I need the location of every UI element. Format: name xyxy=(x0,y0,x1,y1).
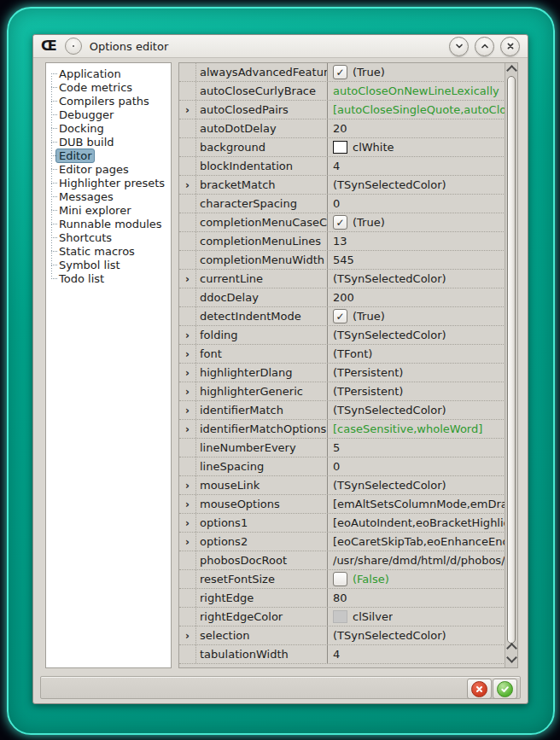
property-row[interactable]: ddocDelay 200 xyxy=(179,288,505,307)
property-value[interactable]: (TSynSelectedColor) xyxy=(328,272,505,285)
property-row[interactable]: detectIndentMode ✓ (True) xyxy=(179,307,505,326)
property-value[interactable]: [emAltSetsColumnMode,emDragDro xyxy=(328,498,505,510)
property-row[interactable]: › highlighterGeneric (TPersistent) xyxy=(179,382,505,401)
checkbox[interactable]: ✓ xyxy=(333,215,347,230)
checkbox[interactable]: ✓ xyxy=(333,65,347,79)
expand-arrow-icon[interactable]: › xyxy=(179,326,196,344)
property-row[interactable]: › highlighterDlang (TPersistent) xyxy=(179,364,505,382)
expand-arrow-icon[interactable]: › xyxy=(179,101,196,119)
maximize-button[interactable] xyxy=(475,37,494,56)
property-row[interactable]: rightEdgeColor clSilver xyxy=(179,608,505,626)
property-value[interactable]: (TPersistent) xyxy=(328,366,505,379)
expand-arrow-icon[interactable]: › xyxy=(179,533,196,551)
property-row[interactable]: › font (TFont) xyxy=(179,345,505,364)
property-row[interactable]: completionMenuWidth 545 xyxy=(179,251,505,270)
property-value[interactable]: (False) xyxy=(328,572,505,586)
minimize-button[interactable] xyxy=(449,37,469,56)
expand-arrow-icon[interactable]: › xyxy=(179,382,196,400)
property-row[interactable]: › options2 [eoCaretSkipTab,eoEnhanceEndK… xyxy=(179,533,505,551)
property-row[interactable]: › selection (TSynSelectedColor) xyxy=(179,626,505,645)
property-row[interactable]: autoCloseCurlyBrace autoCloseOnNewLineLe… xyxy=(179,82,505,101)
property-row[interactable]: lineNumberEvery 5 xyxy=(179,439,505,457)
expand-arrow-icon[interactable] xyxy=(179,645,196,663)
property-row[interactable]: › identifierMatchOptions [caseSensitive,… xyxy=(179,420,505,439)
expand-arrow-icon[interactable] xyxy=(179,195,196,213)
scrollbar-thumb[interactable] xyxy=(507,76,516,644)
property-value[interactable]: [eoCaretSkipTab,eoEnhanceEndKey xyxy=(328,535,505,548)
property-row[interactable]: autoDotDelay 20 xyxy=(179,119,505,138)
expand-arrow-icon[interactable] xyxy=(179,232,196,250)
property-value[interactable]: /usr/share/dmd/html/d/phobos/ xyxy=(328,554,505,567)
expand-arrow-icon[interactable]: › xyxy=(179,476,196,494)
property-value[interactable]: [autoCloseSingleQuote,autoCloseDo xyxy=(328,103,505,116)
expand-arrow-icon[interactable]: › xyxy=(179,626,196,644)
sidebar-item-debugger[interactable]: Debugger xyxy=(46,108,171,121)
cancel-button[interactable] xyxy=(467,679,492,699)
property-row[interactable]: phobosDocRoot /usr/share/dmd/html/d/phob… xyxy=(179,551,505,570)
property-value[interactable]: ✓ (True) xyxy=(328,309,505,323)
property-row[interactable]: blockIndentation 4 xyxy=(179,157,505,176)
property-value[interactable]: autoCloseOnNewLineLexically xyxy=(328,84,505,97)
expand-arrow-icon[interactable] xyxy=(179,138,196,156)
expand-arrow-icon[interactable]: › xyxy=(179,401,196,419)
property-row[interactable]: completionMenuLines 13 xyxy=(179,232,505,251)
property-value[interactable]: 80 xyxy=(328,591,505,604)
expand-arrow-icon[interactable] xyxy=(179,119,196,137)
sidebar-item-editor-pages[interactable]: Editor pages xyxy=(46,162,171,176)
sidebar-item-shortcuts[interactable]: Shortcuts xyxy=(46,230,171,244)
property-value[interactable]: (TPersistent) xyxy=(328,385,505,398)
sidebar-item-messages[interactable]: Messages xyxy=(46,189,171,203)
checkbox[interactable] xyxy=(333,572,347,586)
property-value[interactable]: (TSynSelectedColor) xyxy=(328,404,505,417)
property-row[interactable]: › autoClosedPairs [autoCloseSingleQuote,… xyxy=(179,101,505,119)
property-value[interactable]: [eoAutoIndent,eoBracketHighlight xyxy=(328,516,505,529)
sidebar-item-todo-list[interactable]: Todo list xyxy=(46,271,171,285)
checkbox[interactable]: ✓ xyxy=(333,309,347,323)
scroll-up-icon[interactable] xyxy=(506,65,517,76)
sidebar-item-editor[interactable]: Editor xyxy=(46,149,171,162)
window-menu-button[interactable] xyxy=(65,38,82,55)
property-row[interactable]: › mouseOptions [emAltSetsColumnMode,emDr… xyxy=(179,495,505,514)
property-row[interactable]: › currentLine (TSynSelectedColor) xyxy=(179,270,505,288)
expand-arrow-icon[interactable] xyxy=(179,82,196,100)
property-value[interactable]: clSilver xyxy=(328,610,505,623)
property-value[interactable]: 0 xyxy=(328,197,505,210)
expand-arrow-icon[interactable] xyxy=(179,213,196,231)
sidebar-item-static-macros[interactable]: Static macros xyxy=(46,244,171,258)
property-grid[interactable]: alwaysAdvancedFeatures ✓ (True) autoClos… xyxy=(178,62,518,668)
property-row[interactable]: background clWhite xyxy=(179,138,505,157)
expand-arrow-icon[interactable]: › xyxy=(179,270,196,288)
sidebar-item-runnable-modules[interactable]: Runnable modules xyxy=(46,217,171,230)
property-value[interactable]: 4 xyxy=(328,160,505,172)
property-value[interactable]: ✓ (True) xyxy=(328,65,505,79)
property-value[interactable]: clWhite xyxy=(328,141,505,154)
property-value[interactable]: 0 xyxy=(328,460,505,473)
property-row[interactable]: alwaysAdvancedFeatures ✓ (True) xyxy=(179,63,505,82)
property-value[interactable]: 20 xyxy=(328,122,505,135)
sidebar-item-mini-explorer[interactable]: Mini explorer xyxy=(46,203,171,217)
property-row[interactable]: › folding (TSynSelectedColor) xyxy=(179,326,505,345)
expand-arrow-icon[interactable] xyxy=(179,589,196,607)
property-value[interactable]: (TSynSelectedColor) xyxy=(328,329,505,341)
sidebar-item-highlighter-presets[interactable]: Highlighter presets xyxy=(46,176,171,189)
expand-arrow-icon[interactable] xyxy=(179,608,196,626)
scroll-down-icon[interactable] xyxy=(506,652,517,663)
expand-arrow-icon[interactable]: › xyxy=(179,420,196,438)
property-row[interactable]: rightEdge 80 xyxy=(179,589,505,608)
sidebar-item-docking[interactable]: Docking xyxy=(46,121,171,135)
sidebar-item-dub-build[interactable]: DUB build xyxy=(46,135,171,149)
sidebar-item-application[interactable]: Application xyxy=(46,67,171,80)
sidebar-item-compilers-paths[interactable]: Compilers paths xyxy=(46,94,171,108)
property-value[interactable]: 545 xyxy=(328,253,505,266)
category-tree[interactable]: Application Code metrics Compilers paths… xyxy=(45,62,172,668)
property-row[interactable]: completionMenuCaseCare ✓ (True) xyxy=(179,213,505,232)
expand-arrow-icon[interactable] xyxy=(179,439,196,457)
property-value[interactable]: (TSynSelectedColor) xyxy=(328,178,505,191)
property-row[interactable]: › options1 [eoAutoIndent,eoBracketHighli… xyxy=(179,514,505,533)
property-value[interactable]: 5 xyxy=(328,441,505,454)
expand-arrow-icon[interactable]: › xyxy=(179,345,196,363)
expand-arrow-icon[interactable] xyxy=(179,457,196,475)
expand-arrow-icon[interactable]: › xyxy=(179,495,196,513)
property-value[interactable]: 4 xyxy=(328,648,505,661)
property-value[interactable]: 200 xyxy=(328,291,505,304)
